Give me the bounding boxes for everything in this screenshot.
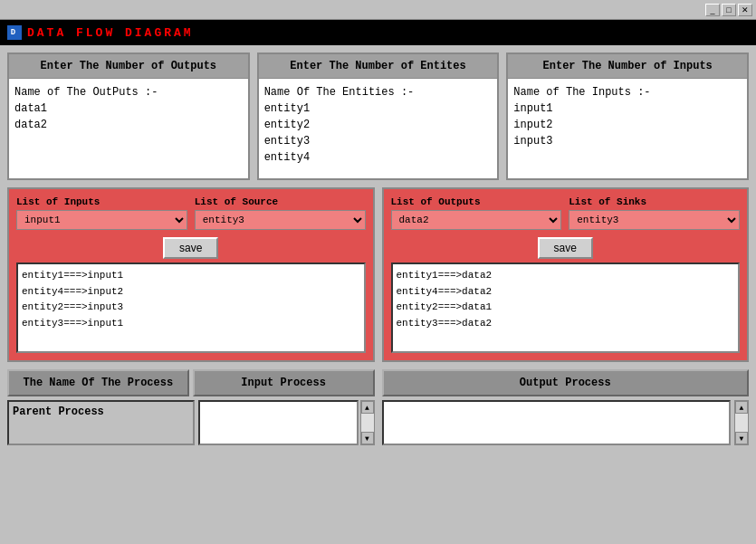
entities-panel-body: Name Of The Entities :- entity1 entity2 … [259,79,498,178]
parent-row: Parent Process ▲ ▼ [7,400,375,445]
sinks-dropdown-wrapper: entity1 entity2 entity3 entity4 [569,210,740,230]
left-list-box: entity1===>input1 entity4===>input2 enti… [16,262,366,353]
close-button[interactable]: ✕ [738,4,752,16]
minimize-button[interactable]: _ [705,4,720,16]
input-process-button[interactable]: Input Process [193,369,375,396]
list-item: entity4===>data2 [397,284,735,301]
sinks-dropdown-label: List of Sinks [569,196,740,207]
entities-panel-header: Enter The Number of Entites [259,54,498,79]
parent-list-box [198,400,359,445]
right-save-button[interactable]: save [538,237,593,259]
parent-process-label: Parent Process [7,400,195,445]
source-dropdown-label: List of Source [195,196,366,207]
scroll-up-btn[interactable]: ▲ [361,401,374,414]
left-save-button[interactable]: save [163,237,218,259]
outputs-panel: Enter The Number of Outputs Name of The … [7,52,250,180]
list-item: entity3===>input1 [22,316,360,332]
inputs-dropdown-label: List of Inputs [16,196,187,207]
scroll-track [361,414,374,432]
right-scrollbar: ▲ ▼ [734,400,749,445]
outputs-panel-header: Enter The Number of Outputs [9,54,248,79]
scroll-down-btn[interactable]: ▼ [361,432,374,444]
title-bar: D DATA FLOW DIAGRAM [0,20,756,45]
right-dropdowns-row: List of Outputs data1 data2 List of Sink… [391,196,741,230]
output-list-box [382,400,732,445]
app-icon: D [7,25,22,40]
inputs-panel-header: Enter The Number of Inputs [508,54,747,79]
top-section: Enter The Number of Outputs Name of The … [0,45,756,187]
inputs-panel-body: Name of The Inputs :- input1 input2 inpu… [508,79,747,178]
source-dropdown-wrapper: entity1 entity2 entity3 entity4 [195,210,366,230]
inputs-select[interactable]: input1 input2 input3 [16,210,187,230]
source-select[interactable]: entity1 entity2 entity3 entity4 [195,210,366,230]
inputs-panel: Enter The Number of Inputs Name of The I… [506,52,749,180]
scroll-down-btn-right[interactable]: ▼ [735,432,748,444]
output-row: ▲ ▼ [382,400,750,445]
scroll-up-btn-right[interactable]: ▲ [735,401,748,414]
bottom-btns-row: The Name Of The Process Input Process [7,369,375,396]
inputs-dropdown-group: List of Inputs input1 input2 input3 [16,196,187,230]
inputs-dropdown-wrapper: input1 input2 input3 [16,210,187,230]
list-item: entity4===>input2 [22,284,360,301]
outputs-dropdown-label: List of Outputs [391,196,562,207]
output-process-button[interactable]: Output Process [382,369,750,396]
list-item: entity2===>input3 [22,300,360,316]
entities-panel: Enter The Number of Entites Name Of The … [257,52,500,180]
app-title: DATA FLOW DIAGRAM [27,26,194,40]
process-name-button[interactable]: The Name Of The Process [7,369,189,396]
outputs-dropdown-wrapper: data1 data2 [391,210,562,230]
outputs-dropdown-group: List of Outputs data1 data2 [391,196,562,230]
bottom-section: The Name Of The Process Input Process Pa… [0,369,756,449]
list-item: entity1===>data2 [397,268,735,284]
left-scrollbar: ▲ ▼ [360,400,375,445]
outputs-panel-body: Name of The OutPuts :- data1 data2 [9,79,248,178]
left-dropdowns-row: List of Inputs input1 input2 input3 List… [16,196,366,230]
parent-list-with-scroll: ▲ ▼ [198,400,375,445]
right-list-box: entity1===>data2 entity4===>data2 entity… [391,262,741,353]
maximize-button[interactable]: □ [722,4,736,16]
bottom-right: Output Process ▲ ▼ [382,369,750,445]
outputs-select[interactable]: data1 data2 [391,210,562,230]
source-dropdown-group: List of Source entity1 entity2 entity3 e… [195,196,366,230]
right-mid-panel: List of Outputs data1 data2 List of Sink… [382,187,750,362]
sinks-dropdown-group: List of Sinks entity1 entity2 entity3 en… [569,196,740,230]
list-item: entity2===>data1 [397,300,735,316]
list-item: entity1===>input1 [22,268,360,284]
list-item: entity3===>data2 [397,316,735,332]
middle-section: List of Inputs input1 input2 input3 List… [0,187,756,369]
scroll-track-right [735,414,748,432]
left-mid-panel: List of Inputs input1 input2 input3 List… [7,187,375,362]
bottom-left: The Name Of The Process Input Process Pa… [7,369,375,445]
window-bar: _ □ ✕ [0,0,756,20]
sinks-select[interactable]: entity1 entity2 entity3 entity4 [569,210,740,230]
